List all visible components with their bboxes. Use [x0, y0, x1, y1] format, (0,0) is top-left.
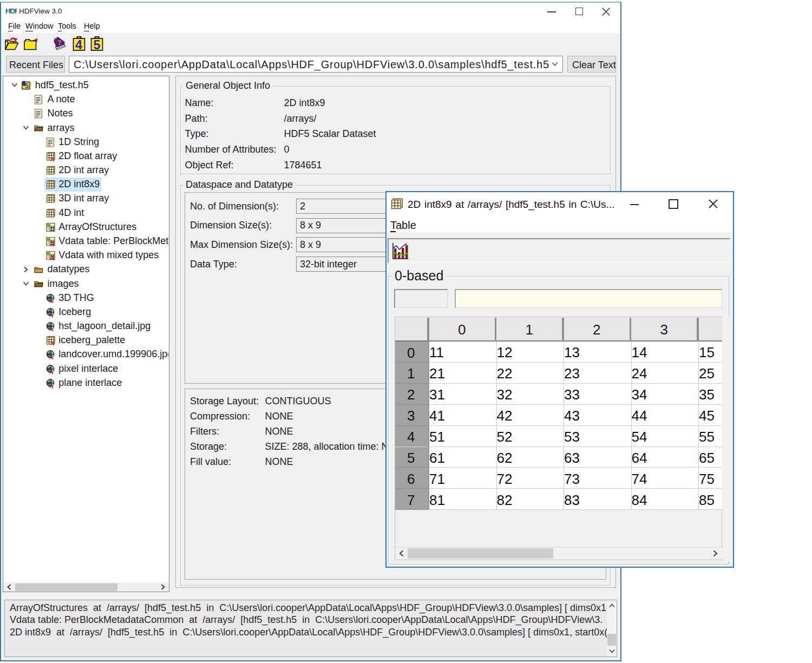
svg-text:5: 5: [94, 38, 101, 51]
svg-text:HDF: HDF: [5, 7, 17, 15]
svg-text:4: 4: [75, 38, 82, 51]
